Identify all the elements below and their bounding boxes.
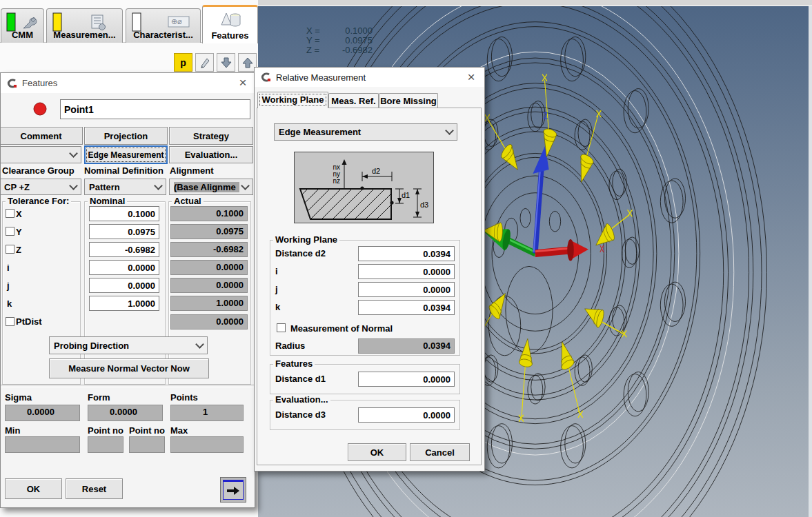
point-feature-icon — [33, 102, 47, 116]
distance-d2-input[interactable] — [358, 246, 455, 261]
tolerance-ptdist-checkbox[interactable] — [6, 317, 14, 326]
measurement-of-normal-checkbox[interactable] — [277, 323, 286, 332]
rel-ok-button[interactable]: OK — [348, 443, 406, 461]
wp-i-input[interactable] — [358, 264, 455, 279]
svg-text:⊕⌀: ⊕⌀ — [171, 17, 182, 26]
tab-meas-ref[interactable]: Meas. Ref. — [328, 93, 379, 108]
features-dialog-titlebar[interactable]: Features × — [1, 73, 255, 93]
distance-d3-input[interactable] — [358, 407, 455, 423]
wrench-icon — [21, 14, 39, 31]
tab-measurement[interactable]: Measuremen... — [46, 8, 123, 43]
pencil-icon — [199, 57, 211, 69]
z-axis-label: Z — [544, 110, 548, 121]
wp-i-label: i — [275, 266, 278, 276]
measurement-type-combo[interactable]: Edge Measurement — [274, 123, 457, 141]
point-no-label: Point no — [88, 425, 123, 436]
x-axis-label: X — [600, 243, 604, 254]
row-i-label: i — [7, 263, 10, 273]
wp-k-input[interactable] — [358, 300, 455, 315]
alignment-value: (Base Alignme — [174, 182, 239, 192]
rel-features-legend: Features — [273, 358, 315, 369]
relative-dialog-title: Relative Measurement — [276, 72, 366, 83]
actual-i-value: 0.0000 — [170, 260, 248, 275]
tolerance-z-checkbox[interactable] — [6, 245, 14, 254]
viewport-scroll-strip[interactable] — [809, 6, 812, 517]
tolerance-y-checkbox[interactable] — [6, 227, 14, 236]
nominal-j-input[interactable] — [89, 278, 159, 293]
feature-name-input[interactable] — [60, 99, 250, 119]
actual-z-value: -0.6982 — [170, 242, 248, 257]
comment-label: Comment — [21, 131, 62, 141]
chevron-down-icon — [241, 181, 250, 190]
characteristics-status-rect — [132, 12, 141, 32]
tab-characteristics[interactable]: ⊕⌀ Characterist... — [126, 8, 201, 43]
row-x-label: X — [16, 209, 22, 219]
row-j-label: j — [7, 281, 10, 291]
distance-d2-label: Distance d2 — [275, 248, 326, 258]
comment-button[interactable]: Comment — [0, 127, 83, 145]
diagram-d2-label: d2 — [372, 167, 380, 175]
strategy-button[interactable]: Strategy — [169, 127, 253, 145]
relative-measurement-dialog: Relative Measurement × Working Plane Mea… — [254, 67, 485, 472]
working-plane-legend: Working Plane — [273, 234, 339, 245]
features-icon — [220, 11, 244, 29]
nominal-y-input[interactable] — [89, 224, 159, 239]
arrow-up-icon — [241, 57, 254, 69]
coord-x-value: 0.1000 — [330, 26, 373, 36]
nominal-x-input[interactable] — [89, 206, 159, 221]
measurement-status-rect — [52, 12, 62, 32]
nominal-k-input[interactable] — [89, 296, 159, 311]
row-ptdist-label: PtDist — [16, 316, 42, 327]
tab-working-plane[interactable]: Working Plane — [257, 92, 328, 108]
distance-d1-input[interactable] — [358, 372, 455, 387]
relative-dialog-titlebar[interactable]: Relative Measurement × — [255, 68, 484, 87]
tolerance-x-checkbox[interactable] — [6, 209, 14, 218]
probing-direction-combo[interactable]: Probing Direction — [49, 336, 208, 354]
tab-cmm[interactable]: CMM — [1, 8, 44, 43]
actual-legend: Actual — [172, 196, 204, 206]
ok-button[interactable]: OK — [5, 478, 62, 499]
alignment-combo[interactable]: (Base Alignme — [169, 179, 253, 195]
features-dialog-title: Features — [22, 78, 57, 88]
row-k-label: k — [7, 298, 12, 309]
actual-x-value: 0.1000 — [170, 206, 248, 221]
close-icon[interactable]: × — [235, 75, 250, 90]
tolerance-for-legend: Tolerance For: — [6, 196, 71, 206]
clearance-group-combo[interactable]: CP +Z — [0, 179, 81, 195]
clearance-group-label: Clearance Group — [2, 165, 75, 176]
measurement-of-normal-label: Measurement of Normal — [290, 323, 393, 334]
tab-bore-missing[interactable]: Bore Missing — [379, 93, 438, 108]
next-feature-button[interactable] — [220, 477, 246, 503]
tab-features[interactable]: Features — [202, 5, 258, 43]
viewport-top-strip — [258, 0, 812, 6]
wp-j-input[interactable] — [358, 282, 455, 297]
edge-measurement-button[interactable]: Edge Measurement — [84, 145, 168, 164]
tab-label: CMM — [1, 30, 43, 40]
evaluation-button[interactable]: Evaluation... — [169, 146, 253, 163]
reset-label: Reset — [82, 484, 106, 494]
row-z-label: Z — [16, 245, 21, 255]
nominal-z-input[interactable] — [89, 242, 159, 257]
rel-evaluation-legend: Evaluation... — [273, 394, 330, 405]
projection-button[interactable]: Projection — [84, 127, 168, 145]
move-down-button[interactable] — [217, 53, 235, 72]
edit-pencil-button[interactable] — [195, 53, 214, 72]
nominal-definition-combo[interactable]: Pattern — [84, 179, 166, 195]
rel-cancel-button[interactable]: Cancel — [410, 443, 470, 461]
close-icon[interactable]: × — [464, 70, 479, 85]
coord-y-value: 0.0975 — [330, 36, 373, 45]
coord-z-value: -0.6982 — [330, 45, 373, 55]
probe-p-button[interactable]: p — [174, 53, 192, 72]
actual-y-value: 0.0975 — [170, 224, 248, 239]
arrow-right-icon — [226, 485, 241, 496]
chevron-down-icon — [69, 149, 78, 158]
chevron-down-icon — [195, 340, 204, 349]
diagram-nz-label: nz — [333, 177, 340, 185]
measure-normal-vector-button[interactable]: Measure Normal Vector Now — [49, 358, 209, 378]
nominal-i-input[interactable] — [89, 260, 159, 275]
tab-label: Features — [203, 30, 257, 41]
projection-combo[interactable] — [0, 146, 81, 163]
point-no-value — [88, 436, 123, 453]
reset-button[interactable]: Reset — [66, 478, 123, 499]
coord-y-label: Y = — [306, 36, 330, 45]
